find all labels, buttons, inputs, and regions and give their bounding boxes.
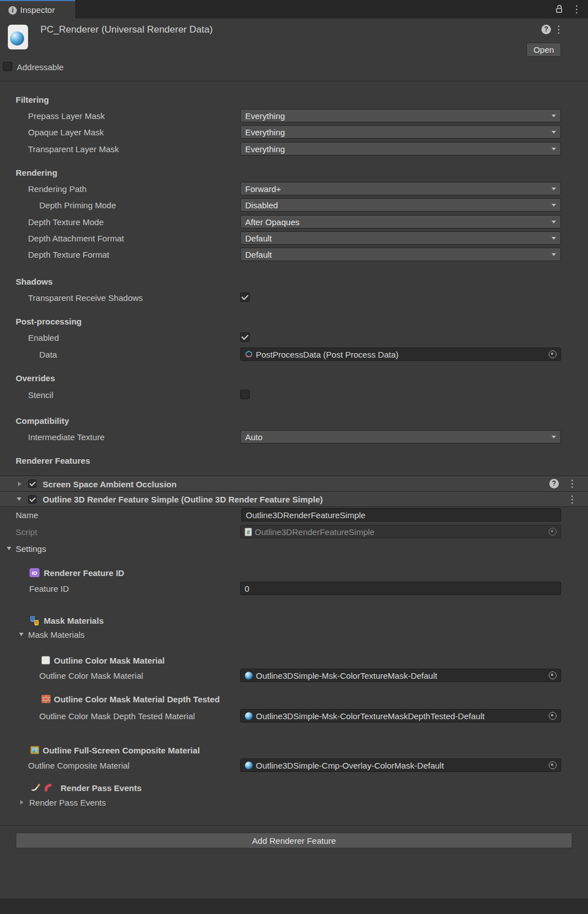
object-picker-icon[interactable] xyxy=(549,350,557,358)
addressable-label: Addressable xyxy=(17,62,63,72)
hockey-stick-icon xyxy=(30,783,40,793)
transparent-layer-mask-dropdown[interactable]: Everything xyxy=(240,142,561,156)
chevron-down-icon xyxy=(552,221,556,223)
checkmark-icon xyxy=(29,479,35,486)
foldout-closed-icon[interactable] xyxy=(18,482,21,486)
feature-id-input[interactable]: 0 xyxy=(240,582,561,595)
post-process-data-icon xyxy=(245,350,253,359)
section-renderer-features: Renderer Features xyxy=(0,453,588,468)
tab-bar: i Inspector ⋮ xyxy=(0,0,588,19)
prepass-layer-mask-dropdown[interactable]: Everything xyxy=(240,109,561,122)
feature-title: Outline 3D Render Feature Simple (Outlin… xyxy=(43,495,323,504)
foldout-label: Mask Materials xyxy=(28,630,85,639)
kebab-menu-icon[interactable]: ⋮ xyxy=(567,479,577,488)
depth-tested-material-object-field[interactable]: Outline3DSimple-Msk-ColorTextureMaskDept… xyxy=(240,709,561,723)
color-mask-material-object-field[interactable]: Outline3DSimple-Msk-ColorTextureMask-Def… xyxy=(240,669,561,682)
chevron-down-icon xyxy=(552,148,556,150)
tab-inspector[interactable]: i Inspector xyxy=(0,0,75,19)
ssao-feature-header[interactable]: Screen Space Ambient Occlusion ? ⋮ xyxy=(0,476,588,491)
framed-picture-icon xyxy=(30,746,39,755)
section-post-processing: Post-processing xyxy=(0,313,588,329)
feature-script-row: Script # Outline3DRenderFeatureSimple xyxy=(0,524,588,540)
post-enabled-row: Enabled xyxy=(0,330,588,345)
object-field-value: Outline3DSimple-Msk-ColorTextureMaskDept… xyxy=(256,711,485,721)
dropdown-value: Everything xyxy=(245,111,285,121)
depth-attachment-format-dropdown[interactable]: Default xyxy=(240,231,561,245)
depth-priming-mode-dropdown[interactable]: Disabled xyxy=(240,198,561,212)
renderer-asset-icon xyxy=(8,25,28,49)
phone-receiver-icon xyxy=(44,783,53,793)
section-title: Rendering xyxy=(16,168,57,177)
transparent-receive-shadows-row: Transparent Receive Shadows xyxy=(0,290,588,305)
depth-attachment-format-row: Depth Attachment Format Default xyxy=(0,230,588,246)
brick-icon xyxy=(42,695,50,703)
foldout-label: Settings xyxy=(16,544,46,554)
kebab-menu-icon[interactable]: ⋮ xyxy=(572,4,581,14)
mask-materials-foldout[interactable]: Mask Materials xyxy=(0,627,588,642)
chevron-down-icon xyxy=(552,237,556,240)
foldout-open-icon[interactable] xyxy=(19,633,24,636)
group-header: Renderer Feature ID xyxy=(44,568,124,578)
white-square-icon xyxy=(42,656,50,665)
rendering-path-row: Rendering Path Forward+ xyxy=(0,181,588,196)
composite-material-object-field[interactable]: Outline3DSimple-Cmp-Overlay-ColorMask-De… xyxy=(240,758,561,772)
object-field-value: Outline3DSimple-Msk-ColorTextureMask-Def… xyxy=(256,671,437,680)
field-label: Enabled xyxy=(28,333,59,342)
foldout-open-icon[interactable] xyxy=(17,497,21,501)
feature-id-row: Feature ID 0 xyxy=(0,581,588,596)
object-picker-icon[interactable] xyxy=(549,761,557,769)
lock-open-icon[interactable] xyxy=(555,4,563,16)
ssao-enabled-checkbox[interactable] xyxy=(28,479,36,488)
post-data-object-field[interactable]: PostProcessData (Post Process Data) xyxy=(240,348,561,361)
field-label: Depth Texture Format xyxy=(28,250,109,259)
object-field-value: Outline3DSimple-Cmp-Overlay-ColorMask-De… xyxy=(256,761,444,770)
help-icon[interactable]: ? xyxy=(549,479,559,488)
open-button[interactable]: Open xyxy=(526,43,561,57)
checkmark-icon xyxy=(29,495,35,501)
feature-name-row: Name Outline3DRenderFeatureSimple xyxy=(0,507,588,523)
depth-texture-mode-row: Depth Texture Mode After Opaques xyxy=(0,214,588,230)
object-picker-icon[interactable] xyxy=(549,712,557,720)
foldout-closed-icon[interactable] xyxy=(20,800,24,805)
transparent-receive-shadows-checkbox[interactable] xyxy=(240,293,250,302)
tab-label: Inspector xyxy=(20,5,55,15)
add-renderer-feature-button[interactable]: Add Renderer Feature xyxy=(16,833,572,848)
id-badge-icon: ID xyxy=(29,568,40,578)
depth-texture-format-dropdown[interactable]: Default xyxy=(240,248,561,261)
settings-foldout[interactable]: Settings xyxy=(0,541,588,556)
intermediate-texture-dropdown[interactable]: Auto xyxy=(240,430,561,444)
outline-enabled-checkbox[interactable] xyxy=(28,495,36,504)
page-title: PC_Renderer (Universal Renderer Data) xyxy=(40,24,213,35)
unity-inspector-window: i Inspector ⋮ PC_Renderer (Universal Ren… xyxy=(0,0,588,914)
post-enabled-checkbox[interactable] xyxy=(240,332,250,342)
render-pass-events-foldout[interactable]: Render Pass Events xyxy=(0,794,588,810)
group-header: Outline Full-Screen Composite Material xyxy=(43,746,200,755)
dropdown-value: Auto xyxy=(245,432,263,442)
kebab-menu-icon[interactable]: ⋮ xyxy=(567,495,577,504)
addressable-checkbox[interactable] xyxy=(3,62,12,71)
depth-texture-mode-dropdown[interactable]: After Opaques xyxy=(240,215,561,228)
section-title: Overrides xyxy=(16,373,55,383)
opaque-layer-mask-dropdown[interactable]: Everything xyxy=(240,125,561,139)
bottom-bar xyxy=(0,899,588,914)
asset-header: PC_Renderer (Universal Renderer Data) ? … xyxy=(0,19,588,81)
material-sphere-icon xyxy=(245,761,253,770)
outline-feature-header[interactable]: Outline 3D Render Feature Simple (Outlin… xyxy=(0,491,588,507)
dropdown-value: Everything xyxy=(245,144,285,154)
prepass-layer-mask-row: Prepass Layer Mask Everything xyxy=(0,108,588,124)
help-icon[interactable]: ? xyxy=(541,25,551,34)
field-label: Prepass Layer Mask xyxy=(28,111,105,121)
input-value: 0 xyxy=(245,584,249,593)
foldout-open-icon[interactable] xyxy=(7,547,11,550)
section-title: Renderer Features xyxy=(16,456,90,465)
color-mask-material-row: Outline Color Mask Material Outline3DSim… xyxy=(0,668,588,683)
field-label: Rendering Path xyxy=(28,184,86,194)
feature-name-input[interactable]: Outline3DRenderFeatureSimple xyxy=(241,508,561,522)
rendering-path-dropdown[interactable]: Forward+ xyxy=(240,182,561,195)
section-filtering: Filtering xyxy=(0,92,588,107)
dropdown-value: Forward+ xyxy=(245,184,281,194)
object-picker-icon[interactable] xyxy=(549,671,557,679)
opaque-layer-mask-row: Opaque Layer Mask Everything xyxy=(0,124,588,140)
kebab-menu-icon[interactable]: ⋮ xyxy=(554,25,563,34)
stencil-checkbox[interactable] xyxy=(240,390,250,399)
